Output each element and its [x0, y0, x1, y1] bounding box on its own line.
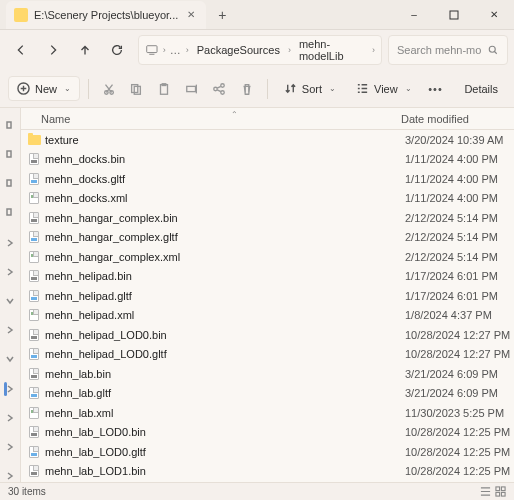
toolbar: New ⌄ Sort ⌄ View ⌄ ••• Details: [0, 70, 514, 108]
grid-view-icon[interactable]: [495, 486, 506, 497]
window-tab[interactable]: E:\Scenery Projects\blueyor... ✕: [6, 1, 206, 29]
svg-point-11: [221, 83, 225, 87]
file-date: 2/12/2024 5:14 PM: [405, 212, 498, 224]
search-input[interactable]: Search mehn-modelLib: [388, 35, 508, 65]
svg-rect-15: [7, 122, 11, 128]
file-name: mehn_lab.bin: [45, 368, 405, 380]
file-date: 3/21/2024 6:09 PM: [405, 368, 498, 380]
sidebar-chevron[interactable]: [4, 471, 16, 482]
sidebar-chevron[interactable]: [4, 237, 16, 248]
sidebar-chevron[interactable]: [4, 383, 16, 394]
svg-point-2: [489, 46, 495, 52]
svg-rect-16: [7, 151, 11, 157]
breadcrumb-item[interactable]: PackageSources: [193, 42, 284, 58]
share-button[interactable]: [208, 75, 232, 103]
chevron-right-icon[interactable]: ›: [163, 45, 166, 55]
file-name: mehn_helipad.bin: [45, 270, 405, 282]
file-icon: [27, 269, 41, 283]
back-button[interactable]: [6, 35, 36, 65]
file-row[interactable]: mehn_hangar_complex.gltf2/12/2024 5:14 P…: [21, 228, 514, 248]
file-date: 11/30/2023 5:25 PM: [405, 407, 504, 419]
file-icon: [27, 172, 41, 186]
file-row[interactable]: mehn_lab_LOD1.bin10/28/2024 12:25 PM: [21, 462, 514, 482]
sidebar-pin[interactable]: [4, 178, 16, 189]
column-headers[interactable]: ⌃ Name Date modified: [21, 108, 514, 130]
sidebar-chevron[interactable]: [4, 412, 16, 423]
new-tab-button[interactable]: +: [210, 3, 234, 27]
file-date: 10/28/2024 12:25 PM: [405, 465, 510, 477]
file-row[interactable]: mehn_lab_LOD1.gltf10/28/2024 12:25 PM: [21, 481, 514, 482]
rename-button[interactable]: [180, 75, 204, 103]
file-date: 10/28/2024 12:27 PM: [405, 348, 510, 360]
title-bar: E:\Scenery Projects\blueyor... ✕ + – ✕: [0, 0, 514, 30]
new-button[interactable]: New ⌄: [8, 76, 80, 101]
sidebar-chevron[interactable]: [4, 295, 16, 306]
file-row[interactable]: mehn_helipad.gltf1/17/2024 6:01 PM: [21, 286, 514, 306]
sidebar-pin[interactable]: [4, 208, 16, 219]
forward-button[interactable]: [38, 35, 68, 65]
sidebar-chevron[interactable]: [4, 442, 16, 453]
file-row[interactable]: mehn_lab_LOD0.bin10/28/2024 12:25 PM: [21, 423, 514, 443]
delete-button[interactable]: [235, 75, 259, 103]
sidebar-pin[interactable]: [4, 149, 16, 160]
file-name: mehn_lab_LOD0.gltf: [45, 446, 405, 458]
more-button[interactable]: •••: [424, 75, 448, 103]
close-tab-icon[interactable]: ✕: [184, 8, 198, 22]
file-row[interactable]: mehn_helipad_LOD0.gltf10/28/2024 12:27 P…: [21, 345, 514, 365]
sidebar-chevron[interactable]: [4, 354, 16, 365]
file-row[interactable]: mehn_docks.gltf1/11/2024 4:00 PM: [21, 169, 514, 189]
file-icon: [27, 289, 41, 303]
file-row[interactable]: mehn_lab.xml11/30/2023 5:25 PM: [21, 403, 514, 423]
file-row[interactable]: mehn_lab_LOD0.gltf10/28/2024 12:25 PM: [21, 442, 514, 462]
sidebar-pin[interactable]: [4, 120, 16, 131]
chevron-right-icon[interactable]: ›: [186, 45, 189, 55]
view-button[interactable]: View ⌄: [348, 77, 420, 100]
file-row[interactable]: mehn_docks.bin1/11/2024 4:00 PM: [21, 150, 514, 170]
refresh-button[interactable]: [102, 35, 132, 65]
details-button[interactable]: Details: [451, 78, 506, 100]
separator: [88, 79, 89, 99]
file-row[interactable]: mehn_lab.gltf3/21/2024 6:09 PM: [21, 384, 514, 404]
file-row[interactable]: mehn_helipad.bin1/17/2024 6:01 PM: [21, 267, 514, 287]
file-name: mehn_helipad_LOD0.gltf: [45, 348, 405, 360]
copy-button[interactable]: [125, 75, 149, 103]
file-name: mehn_hangar_complex.gltf: [45, 231, 405, 243]
file-row[interactable]: mehn_docks.xml1/11/2024 4:00 PM: [21, 189, 514, 209]
sidebar-chevron[interactable]: [4, 325, 16, 336]
file-row[interactable]: mehn_hangar_complex.xml2/12/2024 5:14 PM: [21, 247, 514, 267]
file-row[interactable]: mehn_helipad_LOD0.bin10/28/2024 12:27 PM: [21, 325, 514, 345]
paste-button[interactable]: [152, 75, 176, 103]
overflow-icon[interactable]: …: [170, 44, 182, 56]
list-view-icon[interactable]: [480, 486, 491, 497]
file-icon: [27, 464, 41, 478]
cut-button[interactable]: [97, 75, 121, 103]
file-date: 10/28/2024 12:25 PM: [405, 446, 510, 458]
separator: [267, 79, 268, 99]
maximize-button[interactable]: [434, 0, 474, 30]
status-bar: 30 items: [0, 482, 514, 500]
file-row[interactable]: mehn_lab.bin3/21/2024 6:09 PM: [21, 364, 514, 384]
file-name: mehn_helipad.xml: [45, 309, 405, 321]
close-button[interactable]: ✕: [474, 0, 514, 30]
column-name[interactable]: Name: [21, 113, 401, 125]
breadcrumb[interactable]: › … › PackageSources › mehn-modelLib ›: [138, 35, 382, 65]
sort-button[interactable]: Sort ⌄: [276, 77, 344, 100]
file-date: 2/12/2024 5:14 PM: [405, 251, 498, 263]
sidebar-chevron[interactable]: [4, 266, 16, 277]
column-date[interactable]: Date modified: [401, 113, 514, 125]
search-placeholder: Search mehn-modelLib: [397, 44, 481, 56]
file-date: 1/17/2024 6:01 PM: [405, 270, 498, 282]
minimize-button[interactable]: –: [394, 0, 434, 30]
chevron-right-icon[interactable]: ›: [372, 45, 375, 55]
up-button[interactable]: [70, 35, 100, 65]
breadcrumb-item[interactable]: mehn-modelLib: [295, 36, 368, 64]
folder-icon: [27, 133, 41, 147]
file-row[interactable]: texture3/20/2024 10:39 AM: [21, 130, 514, 150]
file-name: mehn_hangar_complex.xml: [45, 251, 405, 263]
file-list[interactable]: texture3/20/2024 10:39 AMmehn_docks.bin1…: [21, 130, 514, 482]
chevron-right-icon[interactable]: ›: [288, 45, 291, 55]
file-date: 1/11/2024 4:00 PM: [405, 153, 498, 165]
file-row[interactable]: mehn_hangar_complex.bin2/12/2024 5:14 PM: [21, 208, 514, 228]
svg-rect-20: [501, 487, 505, 491]
file-row[interactable]: mehn_helipad.xml1/8/2024 4:37 PM: [21, 306, 514, 326]
